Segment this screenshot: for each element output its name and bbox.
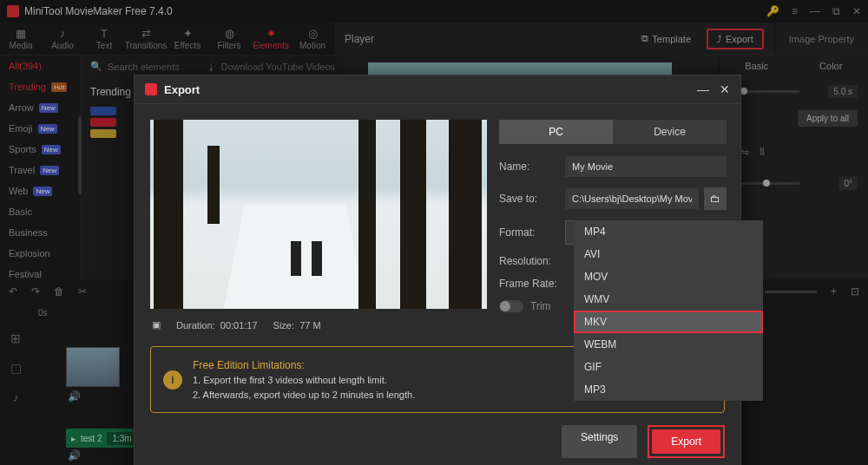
name-label: Name: [499,160,565,173]
trim-toggle[interactable] [499,300,523,312]
format-option-webm[interactable]: WEBM [574,333,763,356]
format-option-mov[interactable]: MOV [574,265,763,288]
settings-button[interactable]: Settings [562,425,637,458]
free-limitations-line1: 1. Export the first 3 videos without len… [193,373,619,388]
size-label: Size: [273,320,294,331]
resolution-label: Resolution: [499,255,565,267]
export-tab-pc[interactable]: PC [499,120,613,144]
trim-label: Trim [530,300,551,312]
format-option-avi[interactable]: AVI [574,243,763,265]
dialog-minimize-icon[interactable]: — [697,82,709,96]
dialog-close-icon[interactable]: ✕ [720,82,730,96]
duration-label: Duration: [176,320,215,331]
free-limitations-header: Free Edition Limitations: [193,357,619,373]
info-icon: ▣ [152,319,161,331]
format-dropdown: MP4AVIMOVWMVMKVWEBMGIFMP3 [574,220,763,401]
free-limitations-line2: 2. Afterwards, export video up to 2 minu… [193,388,619,403]
format-option-wmv[interactable]: WMV [574,288,763,311]
export-preview [150,120,487,309]
framerate-label: Frame Rate: [499,278,565,290]
save-label: Save to: [499,193,565,205]
export-tab-device[interactable]: Device [613,120,727,144]
format-option-mp3[interactable]: MP3 [574,378,763,401]
export-confirm-button[interactable]: Export [652,429,720,454]
format-option-mkv[interactable]: MKV [574,311,763,333]
dialog-logo [145,83,157,95]
format-option-gif[interactable]: GIF [574,356,763,378]
format-label: Format: [499,226,565,239]
save-path-input[interactable] [565,188,699,209]
size-readout: 77 M [299,320,320,331]
format-option-mp4[interactable]: MP4 [574,220,763,243]
dialog-title: Export [164,83,200,96]
browse-button[interactable]: 🗀 [704,187,727,210]
folder-icon: 🗀 [710,193,720,205]
name-input[interactable] [565,156,727,177]
duration-readout: 00:01:17 [220,320,258,331]
info-icon: i [163,370,182,390]
